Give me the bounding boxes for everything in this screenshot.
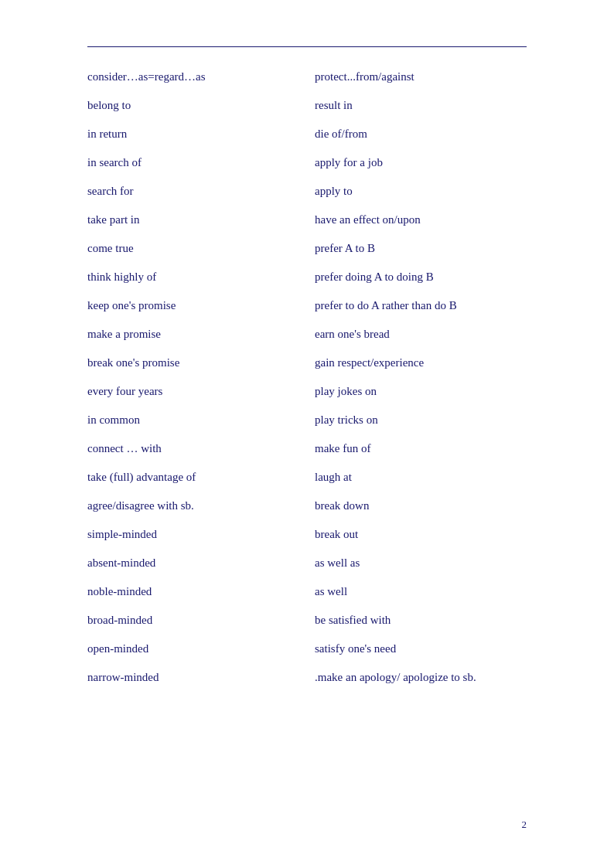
page-number: 2 — [522, 819, 527, 831]
list-item: think highly of — [87, 269, 299, 285]
list-item: make a promise — [87, 326, 299, 342]
list-item: prefer A to B — [315, 240, 527, 257]
list-item: keep one's promise — [87, 298, 299, 314]
list-item: come true — [87, 240, 299, 257]
main-content: consider…as=regard…asbelong toin returni… — [87, 69, 527, 698]
left-column: consider…as=regard…asbelong toin returni… — [87, 69, 307, 698]
top-divider — [87, 46, 527, 47]
list-item: result in — [315, 97, 527, 114]
list-item: die of/from — [315, 126, 527, 142]
list-item: narrow-minded — [87, 669, 299, 686]
list-item: apply for a job — [315, 155, 527, 171]
list-item: gain respect/experience — [315, 355, 527, 371]
list-item: protect...from/against — [315, 69, 527, 85]
list-item: prefer doing A to doing B — [315, 269, 527, 285]
list-item: be satisfied with — [315, 612, 527, 628]
page: consider…as=regard…asbelong toin returni… — [0, 0, 614, 868]
list-item: simple-minded — [87, 526, 299, 543]
list-item: apply to — [315, 183, 527, 199]
list-item: in search of — [87, 155, 299, 171]
list-item: every four years — [87, 383, 299, 400]
list-item: open-minded — [87, 641, 299, 657]
list-item: broad-minded — [87, 612, 299, 628]
list-item: break out — [315, 526, 527, 543]
list-item: absent-minded — [87, 555, 299, 571]
list-item: as well as — [315, 555, 527, 571]
list-item: play tricks on — [315, 412, 527, 428]
right-column: protect...from/againstresult indie of/fr… — [307, 69, 527, 698]
list-item: take part in — [87, 212, 299, 228]
list-item: in return — [87, 126, 299, 142]
list-item: have an effect on/upon — [315, 212, 527, 228]
list-item: noble-minded — [87, 584, 299, 600]
list-item: consider…as=regard…as — [87, 69, 299, 85]
list-item: .make an apology/ apologize to sb. — [315, 669, 527, 686]
list-item: as well — [315, 584, 527, 600]
list-item: take (full) advantage of — [87, 469, 299, 485]
list-item: connect … with — [87, 441, 299, 457]
list-item: laugh at — [315, 469, 527, 485]
list-item: prefer to do A rather than do B — [315, 298, 527, 314]
list-item: make fun of — [315, 441, 527, 457]
list-item: play jokes on — [315, 383, 527, 400]
list-item: satisfy one's need — [315, 641, 527, 657]
list-item: search for — [87, 183, 299, 199]
list-item: break down — [315, 498, 527, 514]
list-item: earn one's bread — [315, 326, 527, 342]
list-item: agree/disagree with sb. — [87, 498, 299, 514]
list-item: break one's promise — [87, 355, 299, 371]
list-item: belong to — [87, 97, 299, 114]
list-item: in common — [87, 412, 299, 428]
